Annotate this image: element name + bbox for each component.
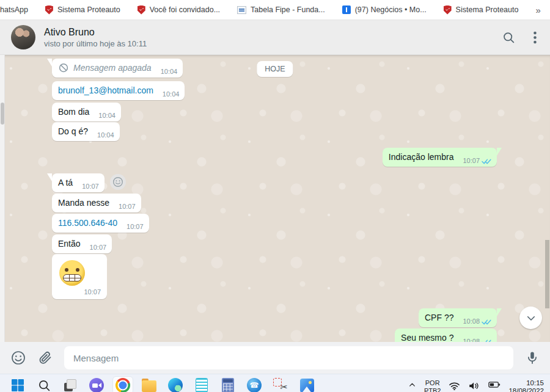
message-bubble-incoming[interactable]: brunolf_13@hotmail.com 10:04 — [52, 81, 185, 100]
mic-icon[interactable] — [525, 350, 540, 365]
message-row: Mensagem apagada 10:04 — [52, 59, 183, 78]
clock[interactable]: 10:15 18/08/2022 — [508, 379, 544, 392]
start-button-icon[interactable] — [10, 377, 26, 392]
message-row: CPF ?? 10:08 — [419, 308, 497, 327]
message-row: Então 10:07 — [52, 234, 112, 253]
shield-icon — [444, 5, 452, 15]
wifi-icon[interactable] — [449, 381, 460, 391]
email-link[interactable]: brunolf_13@hotmail.com — [58, 85, 153, 96]
bookmark-sistema-proteauto-2[interactable]: Sistema Proteauto — [444, 5, 519, 15]
message-bubble-incoming[interactable]: A tá 10:07 — [52, 173, 105, 192]
system-tray: POR PTB2 10:15 18/08/2022 — [408, 377, 544, 392]
chat-message-area: HOJE Mensagem apagada 10:04 brunolf_13@h… — [0, 55, 550, 342]
bookmark-convite[interactable]: Você foi convidado... — [138, 5, 220, 15]
emoji-message-bubble[interactable]: 10:07 — [52, 254, 107, 299]
bookmark-whatsapp[interactable]: hatsApp — [0, 5, 28, 14]
message-row: Indicação lembra 10:07 — [383, 148, 497, 167]
message-text: Mensagem apagada — [73, 62, 152, 73]
task-view-icon[interactable] — [62, 377, 78, 392]
taskbar-search-icon[interactable] — [36, 377, 52, 392]
message-time: 10:04 — [98, 112, 116, 119]
file-explorer-icon[interactable] — [141, 377, 157, 392]
message-bubble-incoming[interactable]: 116.500.646-40 10:07 — [52, 214, 149, 233]
bookmark-label: (97) Negócios • Mo... — [355, 5, 427, 14]
tray-time: 10:15 — [508, 379, 544, 387]
read-ticks-icon — [482, 158, 491, 165]
language-line2: PTB2 — [424, 387, 441, 392]
language-indicator[interactable]: POR PTB2 — [424, 379, 441, 392]
message-time: 10:07 — [84, 288, 101, 296]
message-bubble-outgoing[interactable]: CPF ?? 10:08 — [419, 308, 497, 327]
fipe-icon — [237, 6, 246, 14]
edge-icon[interactable] — [167, 377, 183, 392]
message-row: 116.500.646-40 10:07 — [52, 214, 149, 233]
camera-app-icon[interactable] — [89, 377, 105, 392]
deleted-message-bubble[interactable]: Mensagem apagada 10:04 — [52, 59, 183, 78]
add-reaction-icon[interactable] — [110, 174, 126, 190]
photos-app-icon[interactable] — [299, 377, 315, 392]
message-bubble-incoming[interactable]: Manda nesse 10:07 — [52, 194, 141, 212]
chatlist-scrollbar-thumb[interactable] — [1, 103, 4, 125]
blue-badge-icon — [342, 5, 351, 14]
chat-scrollbar-thumb[interactable] — [545, 240, 549, 308]
message-bubble-incoming[interactable]: Do q é? 10:04 — [52, 122, 120, 141]
message-row: A tá 10:07 — [52, 173, 126, 192]
phone-app-icon[interactable]: ☎ — [246, 377, 262, 392]
message-text: Então — [58, 238, 81, 249]
message-time: 10:07 — [127, 223, 144, 230]
snipping-tool-icon[interactable]: ✂ — [273, 377, 288, 392]
message-row: brunolf_13@hotmail.com 10:04 — [52, 81, 185, 100]
whatsapp-web-window: hatsApp Sistema Proteauto Você foi convi… — [0, 0, 550, 392]
calculator-icon[interactable] — [220, 377, 236, 392]
prohibited-icon — [58, 62, 69, 73]
bookmark-label: hatsApp — [0, 5, 28, 14]
message-time: 10:07 — [119, 203, 136, 210]
message-text: Manda nesse — [58, 197, 109, 208]
last-seen-status: visto por último hoje às 10:11 — [44, 39, 147, 48]
contact-info[interactable]: Ativo Bruno visto por último hoje às 10:… — [44, 27, 147, 48]
read-ticks-icon — [482, 319, 491, 325]
chat-header: Ativo Bruno visto por último hoje às 10:… — [0, 20, 550, 55]
search-icon[interactable] — [502, 31, 515, 44]
chatlist-edge-strip — [0, 55, 5, 342]
message-text: Bom dia — [58, 106, 89, 117]
contact-name: Ativo Bruno — [44, 27, 147, 38]
tray-date: 18/08/2022 — [508, 387, 544, 392]
bookmark-tabela-fipe[interactable]: Tabela Fipe - Funda... — [237, 5, 325, 14]
attach-icon[interactable] — [38, 350, 53, 365]
bookmark-label: Sistema Proteauto — [57, 5, 120, 14]
message-row: Manda nesse 10:07 — [52, 194, 141, 212]
message-time: 10:07 — [463, 157, 480, 164]
message-time: 10:08 — [463, 318, 480, 325]
message-text: A tá — [58, 177, 73, 188]
grimacing-emoji — [59, 260, 85, 286]
message-composer-bar — [0, 342, 550, 374]
bookmark-sistema-proteauto-1[interactable]: Sistema Proteauto — [45, 5, 120, 15]
bookmarks-overflow-chevron[interactable]: » — [535, 5, 543, 15]
chevron-down-icon — [526, 313, 537, 324]
message-bubble-outgoing[interactable]: Indicação lembra 10:07 — [383, 148, 497, 167]
message-row: Do q é? 10:04 — [52, 122, 120, 141]
kebab-menu-icon[interactable] — [534, 31, 537, 44]
emoji-picker-icon[interactable] — [10, 350, 26, 366]
message-time: 10:07 — [90, 244, 107, 251]
bookmark-label: Sistema Proteauto — [456, 5, 519, 14]
message-input[interactable] — [64, 346, 513, 369]
message-row: 10:07 — [52, 254, 107, 299]
contact-avatar[interactable] — [11, 25, 35, 49]
cpf-link[interactable]: 116.500.646-40 — [58, 217, 117, 228]
scroll-to-bottom-button[interactable] — [519, 307, 542, 329]
chrome-icon-active[interactable] — [112, 376, 133, 392]
bookmark-label: Você foi convidado... — [150, 5, 220, 14]
message-bubble-incoming[interactable]: Então 10:07 — [52, 234, 112, 253]
date-divider: HOJE — [257, 61, 293, 77]
tray-chevron-up-icon[interactable] — [408, 381, 416, 389]
message-time: 10:07 — [82, 183, 99, 190]
shield-icon — [45, 5, 53, 15]
bookmark-negocios[interactable]: (97) Negócios • Mo... — [342, 5, 427, 14]
notepad-icon[interactable] — [194, 377, 210, 392]
battery-icon[interactable] — [488, 381, 501, 388]
message-row: Bom dia 10:04 — [52, 103, 121, 122]
message-bubble-incoming[interactable]: Bom dia 10:04 — [52, 103, 121, 122]
volume-icon[interactable] — [468, 381, 480, 391]
